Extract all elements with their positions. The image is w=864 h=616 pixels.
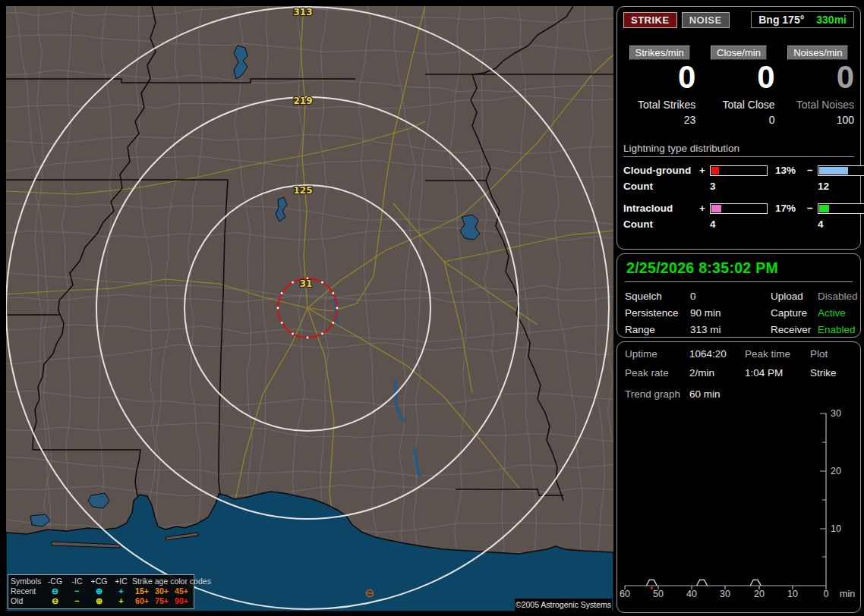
- ic-plus-bar: [710, 203, 768, 214]
- persistence-value: 90 min: [690, 307, 771, 319]
- peak-rate-value: 2/min: [689, 367, 745, 379]
- cg-plus-pct: 13%: [771, 165, 807, 176]
- receiver-label: Receiver: [771, 324, 818, 335]
- count-label: Count: [623, 218, 699, 230]
- trend-panel: Uptime 1064:20 Peak time Plot Peak rate …: [616, 341, 861, 613]
- cg-minus-bar-fill: [819, 167, 848, 174]
- svg-text:10: 10: [787, 589, 798, 599]
- svg-text:20: 20: [754, 589, 765, 599]
- datetime-display: 2/25/2026 8:35:02 PM: [625, 259, 853, 282]
- trend-axes: [625, 413, 826, 589]
- uptime-value: 1064:20: [689, 348, 745, 360]
- cloud-ground-label: Cloud-ground: [623, 165, 699, 176]
- circle-plus-icon: ⊕: [88, 586, 110, 596]
- close-per-min-button[interactable]: Close/min: [711, 46, 767, 60]
- total-strikes-label: Total Strikes: [638, 99, 695, 111]
- svg-text:20: 20: [831, 466, 841, 476]
- persistence-label: Persistence: [625, 307, 690, 319]
- plus-sign: +: [699, 165, 710, 176]
- plus-icon: +: [110, 586, 132, 596]
- svg-text:10: 10: [831, 523, 841, 534]
- legend-old-label: Old: [11, 596, 44, 606]
- copyright-notice: ©2005 Astrogenic Systems: [515, 599, 612, 611]
- svg-text:30: 30: [720, 589, 730, 599]
- strikes-per-min-button[interactable]: Strikes/min: [629, 46, 690, 60]
- trend-graph-window: 60 min: [689, 388, 745, 400]
- total-close-label: Total Close: [722, 99, 774, 111]
- noises-per-min-value: 0: [837, 60, 854, 95]
- capture-status: Active: [818, 307, 858, 319]
- total-strikes-value: 23: [684, 114, 696, 126]
- minus-icon: −: [66, 596, 88, 606]
- ring-label-125: 125: [293, 185, 312, 196]
- count-label: Count: [623, 181, 699, 192]
- legend-header-neg-ic: -IC: [66, 577, 88, 586]
- x-unit-label: min: [840, 589, 855, 599]
- strike-stats-panel: STRIKE NOISE Bng 175° 330mi Strikes/min …: [616, 6, 861, 250]
- capture-label: Capture: [771, 307, 818, 319]
- age-15: 15+: [132, 586, 152, 596]
- minus-sign: −: [807, 203, 818, 214]
- minus-sign: −: [807, 165, 818, 176]
- age-90: 90+: [172, 596, 191, 606]
- bearing-range-value: 330mi: [816, 14, 847, 26]
- status-panel: 2/25/2026 8:35:02 PM Squelch 0 Upload Di…: [616, 253, 861, 338]
- cg-minus-count: 12: [818, 181, 829, 192]
- nexstorm-window: 313 219 125 31 Symbols -CG -IC +CG +IC S…: [0, 0, 864, 616]
- ic-minus-bar: [818, 203, 864, 214]
- circle-minus-icon: ⊖: [44, 586, 66, 596]
- ic-minus-bar-fill: [819, 205, 829, 212]
- intracloud-label: Intracloud: [623, 203, 699, 214]
- svg-text:40: 40: [686, 589, 697, 599]
- strike-legend: Symbols -CG -IC +CG +IC Strike age color…: [8, 574, 194, 609]
- strike-map[interactable]: 313 219 125 31 Symbols -CG -IC +CG +IC S…: [6, 6, 613, 611]
- cg-minus-bar: [818, 165, 864, 176]
- noises-per-min-button[interactable]: Noises/min: [787, 46, 848, 60]
- legend-recent-label: Recent: [11, 586, 44, 596]
- ic-plus-count: 4: [710, 218, 716, 230]
- squelch-label: Squelch: [625, 291, 690, 302]
- svg-text:0: 0: [824, 589, 829, 599]
- plus-icon: +: [110, 596, 132, 606]
- cg-plus-bar-fill: [711, 167, 719, 174]
- legend-age-title: Strike age color codes: [132, 577, 191, 586]
- receiver-status: Enabled: [818, 324, 858, 335]
- ring-label-31: 31: [300, 278, 313, 289]
- ic-plus-pct: 17%: [771, 203, 807, 214]
- strikes-per-min-column: Strikes/min 0 Total Strikes 23: [623, 46, 695, 126]
- age-60: 60+: [132, 596, 152, 606]
- bearing-readout: Bng 175° 330mi: [751, 11, 854, 28]
- noise-mode-button[interactable]: NOISE: [682, 12, 730, 28]
- ic-minus-count: 4: [818, 218, 824, 230]
- circle-minus-icon: ⊖: [44, 596, 66, 606]
- bearing-label: Bng 175°: [758, 14, 804, 26]
- age-30: 30+: [152, 586, 172, 596]
- plot-label: Plot: [810, 348, 853, 360]
- strikes-per-min-value: 0: [678, 60, 695, 95]
- total-close-value: 0: [769, 114, 775, 126]
- range-label: Range: [625, 324, 690, 335]
- ring-label-313: 313: [293, 7, 312, 17]
- ring-label-219: 219: [293, 96, 312, 106]
- plot-value: Strike: [810, 367, 853, 379]
- noises-per-min-column: Noises/min 0 Total Noises 100: [782, 46, 854, 126]
- range-value: 313 mi: [690, 324, 771, 335]
- trend-tick-labels: 60 50 40 30 20 10 0 min 30 20 10: [620, 408, 855, 599]
- legend-symbols-label: Symbols: [11, 577, 44, 586]
- ic-plus-bar-fill: [711, 205, 721, 212]
- close-per-min-value: 0: [757, 60, 774, 95]
- peak-rate-label: Peak rate: [625, 367, 689, 379]
- uptime-label: Uptime: [625, 348, 689, 360]
- distribution-title: Lightning type distribution: [623, 143, 854, 157]
- peak-time-label: Peak time: [745, 348, 810, 360]
- total-noises-label: Total Noises: [796, 99, 854, 111]
- map-canvas: 313 219 125 31: [6, 6, 613, 611]
- svg-text:50: 50: [653, 589, 664, 599]
- legend-header-pos-ic: +IC: [110, 577, 132, 586]
- close-per-min-column: Close/min 0 Total Close 0: [702, 46, 774, 126]
- svg-text:30: 30: [831, 408, 841, 419]
- upload-label: Upload: [771, 291, 818, 302]
- strike-mode-button[interactable]: STRIKE: [623, 12, 677, 28]
- trend-peaks: [646, 580, 761, 589]
- trend-graph-label: Trend graph: [625, 388, 689, 400]
